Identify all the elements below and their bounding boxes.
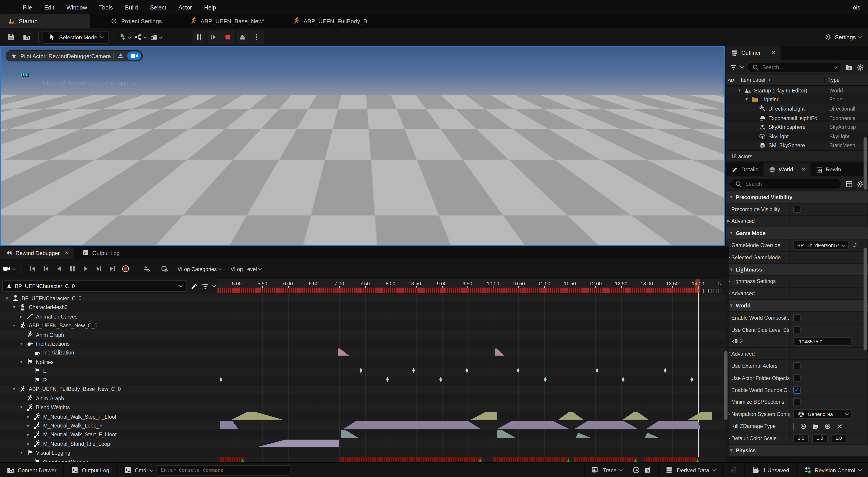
cmd-dropdown[interactable]: Cmd Enter Console Command [117, 463, 297, 477]
visibility-column-icon[interactable] [726, 76, 737, 84]
tree-row-animation-curves[interactable]: ▸Animation Curves [0, 312, 217, 321]
expander-open[interactable]: ▾ [11, 387, 17, 391]
checkbox-checked[interactable]: ✓ [794, 386, 801, 393]
menu-help[interactable]: Help [198, 4, 222, 10]
expander-open[interactable]: ▾ [744, 97, 749, 102]
expander-open[interactable]: ▾ [11, 323, 17, 328]
revision-control-dropdown[interactable]: Revision Control [796, 463, 868, 477]
frame-skip-button[interactable] [207, 30, 221, 44]
tree-row-anim-graph[interactable]: Anim Graph [0, 330, 217, 339]
gear-icon[interactable] [857, 180, 864, 188]
outliner-row[interactable]: SkyAtmosphereSkyAtmosp [726, 123, 868, 132]
tab-outliner[interactable]: Outliner ✕ [726, 46, 781, 60]
debug-target-dropdown[interactable]: ♟ BP_UEFNCharacter_C_0 [2, 280, 187, 292]
expander-open[interactable]: ▾ [19, 405, 24, 410]
expander-open[interactable]: ▾ [4, 296, 9, 301]
timeline-ruler[interactable]: 5.005.506.006.507.007.508.008.509.009.50… [217, 279, 721, 293]
details-section-game-mode[interactable]: ▼Game Mode [726, 227, 868, 240]
column-item-label[interactable]: Item Label▲ [737, 77, 824, 83]
tab-rewin[interactable]: Rewin... [810, 163, 851, 176]
expander-closed[interactable]: ▸ [26, 414, 31, 419]
tree-row-anim-graph[interactable]: Anim Graph [0, 394, 217, 403]
close-icon[interactable]: ✕ [65, 250, 68, 255]
expander-closed[interactable]: ▸ [19, 314, 24, 319]
tree-row-m-neutral-walk-start-f-lfoot[interactable]: ▸M_Neutral_Walk_Start_F_Lfoot [0, 430, 217, 439]
menu-tools[interactable]: Tools [93, 4, 119, 10]
outliner-row[interactable]: SM_SkySphereStaticMesh [726, 141, 868, 150]
step-back-button[interactable] [40, 263, 52, 275]
play-options-button[interactable] [250, 30, 265, 44]
eject-button[interactable] [236, 30, 250, 44]
insights-icon[interactable] [632, 466, 640, 474]
expander-closed[interactable]: ▸ [26, 423, 31, 428]
checkbox[interactable] [794, 314, 801, 321]
details-section-physics[interactable]: ▼Physics [726, 444, 868, 456]
tree-row-charactermesh0[interactable]: ▾CharacterMesh0 [0, 303, 217, 312]
expander-closed[interactable]: ▸ [26, 432, 31, 437]
browse-asset-icon[interactable] [812, 423, 819, 429]
dropdown[interactable]: BP_ThirdPersonGa [794, 241, 849, 250]
tree-row-notifies[interactable]: ▾⚑Notifies [0, 357, 217, 367]
blueprints-button[interactable] [134, 31, 147, 44]
menu-actor[interactable]: Actor [172, 4, 198, 10]
menu-file[interactable]: File [17, 4, 38, 10]
tree-row-m-neutral-walk-stop-f-lfoot[interactable]: ▸M_Neutral_Walk_Stop_F_Lfoot [0, 412, 217, 421]
stop-piloting-icon[interactable] [117, 52, 125, 60]
details-section-lightmass[interactable]: ▼Lightmass [726, 263, 868, 276]
expander-open[interactable]: ▾ [737, 88, 742, 93]
checkbox[interactable] [794, 374, 801, 382]
outliner-row[interactable]: ExponentialHeightFcExponentia [726, 113, 868, 123]
playhead-scrubber[interactable] [695, 279, 701, 293]
content-drawer-button[interactable]: Content Drawer [0, 463, 64, 477]
tree-row-visual-logging[interactable]: ▾⚑Visual Logging [0, 448, 217, 457]
output-log-button[interactable]: Output Log [64, 463, 117, 477]
tab-details[interactable]: Details [726, 163, 763, 176]
outliner-row[interactable]: SkyLightSkyLight [726, 132, 868, 141]
checkbox[interactable] [794, 362, 801, 370]
pause-button[interactable] [66, 263, 79, 275]
tree-row-bp-uefncharacter-c-0[interactable]: ▾BP_UEFNCharacter_C_0 [0, 294, 217, 303]
browse-content-button[interactable] [20, 31, 33, 44]
filter-icon[interactable] [201, 282, 209, 290]
clear-asset-icon[interactable] [837, 423, 843, 429]
camera-settings-button[interactable] [158, 263, 170, 275]
outliner-scrollbar[interactable] [864, 137, 867, 190]
menu-select[interactable]: Select [144, 4, 172, 10]
tree-row-r[interactable]: ⚑R [0, 376, 217, 385]
vector-component-input[interactable]: 1.0 [831, 434, 846, 442]
trace-dropdown[interactable]: Trace [584, 463, 658, 477]
vector-component-input[interactable]: 1.0 [812, 434, 828, 442]
expander-closed[interactable]: ▸ [26, 441, 31, 446]
details-scrollbar[interactable] [864, 248, 867, 350]
stop-button[interactable] [221, 30, 236, 44]
tree-row-abp-uefn-base-new-c-0[interactable]: ▾ABP_UEFN_Base_New_C_0 [0, 321, 217, 330]
checkbox[interactable] [794, 398, 801, 406]
tree-row-m-neutral-stand-idle-loop[interactable]: ▸M_Neutral_Stand_Idle_Loop [0, 439, 217, 448]
camera-mode-button[interactable] [0, 265, 18, 273]
camera-view-toggle[interactable] [128, 51, 141, 60]
reset-to-default-icon[interactable]: ↺ [852, 242, 857, 249]
use-selected-asset-icon[interactable] [800, 423, 806, 429]
checkbox[interactable] [794, 205, 801, 213]
save-button[interactable] [4, 31, 18, 44]
pilot-actor-pill[interactable]: Pilot Actor: RewindDebuggerCamera [5, 51, 143, 62]
snapshot-icon[interactable] [644, 466, 651, 474]
tree-row-l[interactable]: ⚑L [0, 367, 217, 376]
tree-row-inertializations[interactable]: ▾Inertializations [0, 339, 217, 348]
outliner-row[interactable]: ▾LightingFolder [726, 95, 868, 104]
pause-button[interactable] [192, 30, 207, 44]
details-section-world[interactable]: ▼World [726, 300, 868, 312]
display-options-icon[interactable] [845, 180, 853, 188]
settings-button[interactable]: Settings [824, 33, 862, 41]
console-command-input[interactable]: Enter Console Command [156, 465, 290, 475]
gear-icon[interactable] [857, 63, 864, 71]
expander-open[interactable]: ▾ [19, 450, 24, 455]
expander-open[interactable]: ▾ [11, 305, 17, 310]
tree-row-inertialization[interactable]: Inertialization [0, 348, 217, 357]
menu-window[interactable]: Window [60, 4, 93, 10]
checkbox[interactable] [794, 326, 801, 333]
asset-tab-3[interactable]: ABP_UEFN_Base_New* [182, 14, 273, 28]
outliner-row[interactable]: ▾Startup (Play In Editor)World [726, 86, 868, 95]
vlog-categories-dropdown[interactable]: VLog Categories [178, 266, 222, 272]
add-actor-button[interactable] [118, 31, 132, 44]
